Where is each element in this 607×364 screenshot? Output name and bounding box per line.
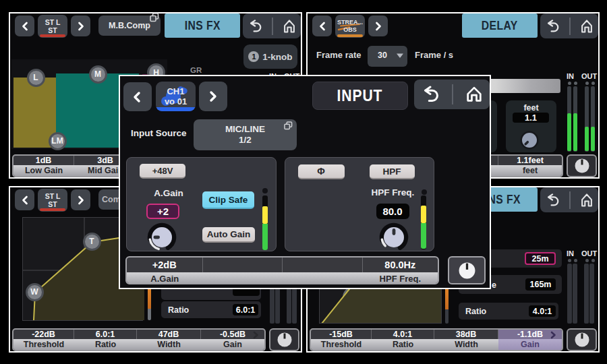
input-source-button[interactable]: MIC/LINE1/2 xyxy=(194,119,297,150)
channel-select-button[interactable]: CH1vo 01 xyxy=(156,82,196,111)
page-title: DELAY xyxy=(462,13,538,38)
back-button[interactable] xyxy=(15,16,34,36)
analog-gain-value[interactable]: +2 xyxy=(146,204,179,219)
forward-button[interactable] xyxy=(199,82,227,111)
channel-name: ST L xyxy=(45,192,61,200)
undo-icon[interactable] xyxy=(544,20,560,33)
hpf-freq-knob[interactable] xyxy=(376,220,411,255)
delay-value-panel: feet 1.1 xyxy=(506,100,556,152)
channel-select-button[interactable]: ST LST xyxy=(38,189,67,212)
nav-group xyxy=(540,13,598,38)
meter-led xyxy=(591,259,595,262)
nav-group xyxy=(540,187,598,212)
home-icon[interactable] xyxy=(282,19,297,34)
phase-button[interactable]: Φ xyxy=(298,164,345,179)
ratio-value[interactable]: 6.0:1 xyxy=(233,304,258,315)
hpf-button[interactable]: HPF xyxy=(370,164,415,179)
forward-button[interactable] xyxy=(368,16,388,36)
in-meter-label: IN xyxy=(567,249,574,257)
strip-value[interactable]: 1.1feet xyxy=(498,156,562,165)
touch-knob-button[interactable] xyxy=(269,328,299,351)
gr-meter-label: GR xyxy=(190,66,202,74)
chevron-left-icon xyxy=(15,16,34,36)
in-meter-track xyxy=(567,264,572,324)
back-button[interactable] xyxy=(15,189,34,210)
more-chevron-icon[interactable] xyxy=(550,331,556,339)
input-dialog: CH1vo 01 INPUT Input Source MIC/LINE1/2 … xyxy=(119,75,491,289)
strip-value[interactable]: 80.0Hz xyxy=(363,257,438,272)
hpf-section: Φ HPF HPF Freq. 80.0 xyxy=(285,157,435,251)
channel-select-button[interactable]: ST LST xyxy=(38,15,67,38)
strip-label: Ratio xyxy=(372,339,434,350)
back-button[interactable] xyxy=(312,16,332,36)
copy-icon[interactable] xyxy=(150,13,159,22)
home-icon[interactable] xyxy=(579,19,594,34)
rotary-knob-icon xyxy=(376,220,411,255)
frame-rate-value: 30 xyxy=(378,51,387,60)
parameter-strip: -15dB 4.0:1 38dB -1.1dB Threshold Ratio … xyxy=(310,328,563,351)
strip-value[interactable]: -22dB xyxy=(13,330,74,339)
strip-value[interactable]: +2dB xyxy=(127,257,203,272)
delay-value[interactable]: 1.1 xyxy=(513,113,549,123)
touch-knob-button[interactable] xyxy=(567,328,597,351)
divider xyxy=(452,84,453,104)
auto-gain-button[interactable]: Auto Gain xyxy=(202,227,255,243)
in-meter-level xyxy=(567,113,571,151)
release-label-fragment: e xyxy=(492,280,496,290)
threshold-knob[interactable]: T xyxy=(83,233,101,251)
in-meter-level xyxy=(573,113,577,151)
home-icon[interactable] xyxy=(465,86,484,103)
undo-icon[interactable] xyxy=(420,86,440,103)
touch-knob-button[interactable] xyxy=(567,154,597,177)
forward-button[interactable] xyxy=(71,189,90,210)
channel-select-button[interactable]: STREA...OBS xyxy=(335,15,365,38)
forward-button[interactable] xyxy=(71,16,90,36)
one-knob-button[interactable]: 1 1-knob xyxy=(243,44,297,69)
touch-knob-button[interactable] xyxy=(448,256,486,284)
source-channels: 1/2 xyxy=(239,135,252,146)
low-mid-xover-knob[interactable]: LM xyxy=(49,132,67,150)
strip-value[interactable]: -15dB xyxy=(311,330,372,339)
rotary-knob-icon xyxy=(144,220,179,255)
strip-value[interactable]: 47dB xyxy=(137,330,201,339)
undo-icon[interactable] xyxy=(247,20,263,33)
mid-gain-knob[interactable]: M xyxy=(89,65,107,84)
out-meter-level xyxy=(585,127,589,151)
strip-value[interactable] xyxy=(203,257,283,272)
meter-led xyxy=(568,259,571,262)
out-meter-track xyxy=(584,264,589,324)
attack-value[interactable]: 25m xyxy=(525,252,556,265)
ratio-value[interactable]: 4.0:1 xyxy=(529,305,556,317)
clip-safe-button[interactable]: Clip Safe xyxy=(202,191,254,209)
more-chevron-icon[interactable] xyxy=(252,331,259,339)
release-value[interactable]: 165m xyxy=(525,278,556,291)
strip-label: Ratio xyxy=(74,339,137,350)
strip-value[interactable]: 38dB xyxy=(434,330,498,339)
low-gain-knob[interactable]: L xyxy=(27,69,45,87)
strip-value[interactable]: 4.0:1 xyxy=(372,330,434,339)
meter-led xyxy=(585,82,589,85)
delay-knob[interactable] xyxy=(519,130,540,150)
level-meter-yellow xyxy=(262,206,268,224)
strip-value[interactable]: 6.0:1 xyxy=(74,330,137,339)
strip-value[interactable] xyxy=(283,257,363,272)
meter-led xyxy=(591,82,595,85)
channel-name: CH1 xyxy=(167,86,184,96)
analog-gain-knob[interactable] xyxy=(144,220,179,255)
channel-id: OBS xyxy=(343,26,357,34)
chevron-right-icon xyxy=(71,189,90,210)
back-button[interactable] xyxy=(123,82,152,111)
width-knob[interactable]: W xyxy=(26,283,44,301)
phantom-power-button[interactable]: +48V xyxy=(140,164,185,179)
channel-id: vo 01 xyxy=(165,96,187,107)
home-icon[interactable] xyxy=(579,193,594,208)
hpf-freq-value[interactable]: 80.0 xyxy=(376,204,409,219)
strip-value[interactable]: 1dB xyxy=(13,156,74,165)
divider xyxy=(569,191,571,209)
copy-icon[interactable] xyxy=(284,121,293,130)
strip-label: HPF Freq. xyxy=(363,272,438,284)
undo-icon[interactable] xyxy=(544,193,560,207)
frame-rate-dropdown[interactable]: 30 xyxy=(368,46,407,67)
divider xyxy=(569,18,571,35)
chevron-right-icon xyxy=(71,16,90,36)
